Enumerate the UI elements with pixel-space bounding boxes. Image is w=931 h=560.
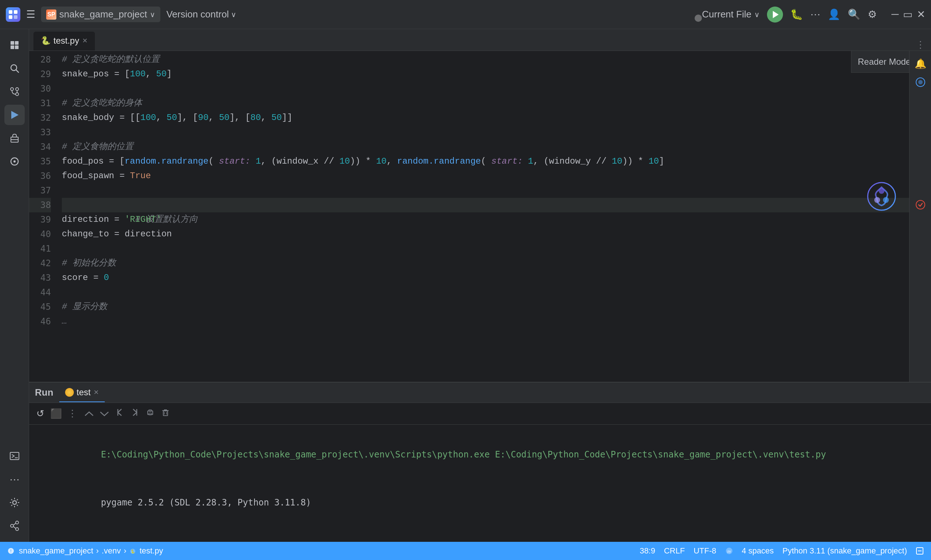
plugin-icon-1[interactable] [915,77,926,90]
more-options-icon[interactable]: ⋯ [810,8,820,20]
scroll-up-button[interactable] [85,411,94,417]
svg-marker-14 [11,111,18,119]
run-tab-label: test [77,387,91,397]
svg-point-10 [11,88,14,91]
code-line-38: # 设置默认方向 [62,198,926,212]
run-panel-header: Run test ✕ [29,383,931,403]
status-breadcrumb-venv: .venv [102,546,121,555]
code-content[interactable]: # 定义贪吃蛇的默认位置 snake_pos = [100, 50] # 定义贪… [58,51,926,382]
run-tab-close-icon[interactable]: ✕ [94,388,99,396]
run-tab-sun-icon [65,388,74,397]
project-badge[interactable]: SP snake_game_project ∨ [41,6,160,22]
sidebar-item-search[interactable] [5,58,25,78]
editor-area[interactable]: Reader Mode ✓ 28 29 30 31 32 33 34 35 [29,51,931,382]
reader-mode-label: Reader Mode [858,57,911,67]
code-line-41 [62,242,926,256]
sidebar-item-share[interactable] [5,515,25,536]
version-control-btn[interactable]: Version control ∨ [166,9,236,20]
svg-point-28 [879,188,885,194]
sidebar-item-settings[interactable] [5,492,25,513]
account-icon[interactable]: 👤 [828,8,840,20]
run-tab-test[interactable]: test ✕ [59,383,105,402]
status-breadcrumb-file: 🐍 test.py [129,546,163,555]
code-line-37 [62,183,926,198]
close-button[interactable]: ✕ [917,8,925,20]
current-file-chevron-icon: ∨ [754,10,760,19]
svg-rect-5 [15,41,18,45]
svg-point-21 [13,501,16,505]
sidebar-item-run[interactable] [5,105,25,125]
sidebar-item-files[interactable] [5,35,25,55]
run-button[interactable] [767,6,783,23]
version-chevron-icon: ∨ [231,10,236,19]
main-layout: ⋯ [0,29,931,542]
tab-label: test.py [54,35,79,46]
notification-bell-icon[interactable]: 🔔 [915,58,926,69]
project-icon: SP [46,9,56,20]
svg-rect-7 [15,45,18,49]
trefoil-logo [867,182,896,214]
scroll-to-first-icon[interactable] [115,408,125,420]
hamburger-icon[interactable]: ☰ [26,8,35,20]
code-line-40: change_to = direction [62,227,926,242]
project-chevron-icon: ∨ [150,10,155,19]
sidebar-item-packages[interactable] [5,128,25,148]
status-position: 38:9 [640,546,656,555]
code-line-32: snake_body = [[100, 50], [90, 50], [80, … [62,111,926,125]
minimize-button[interactable]: ─ [891,8,899,20]
svg-point-30 [874,197,880,203]
left-sidebar: ⋯ [0,29,29,542]
tab-more-icon[interactable]: ⋮ [916,39,925,51]
code-line-35: food_pos = [random.randrange( start: 1, … [62,154,926,169]
run-panel-toolbar: ↺ ⬛ ⋮ [29,403,931,425]
code-line-34: # 定义食物的位置 [62,140,926,154]
toolbar-more-icon[interactable]: ⋮ [68,408,77,419]
tab-close-icon[interactable]: ✕ [82,37,88,45]
delete-icon[interactable] [161,408,170,420]
svg-line-25 [14,523,15,525]
svg-rect-1 [14,10,17,14]
code-line-36: food_spawn = True [62,169,926,183]
scroll-to-last-icon[interactable] [130,408,140,420]
code-line-43: score = 0 [62,271,926,285]
scroll-down-button[interactable] [100,411,109,417]
sidebar-item-more[interactable]: ⋯ [5,469,25,489]
status-python-version: Python 3.11 (snake_game_project) [783,546,907,555]
settings-icon[interactable]: ⚙ [868,8,877,20]
debug-icon[interactable]: 🐛 [790,8,803,20]
code-line-42: # 初始化分数 [62,256,926,271]
python-env-icon: py [725,547,733,555]
current-file-button[interactable]: Current File ∨ [702,9,760,20]
status-arrow1: › [96,546,98,555]
status-encoding: UTF-8 [694,546,716,555]
svg-point-23 [15,521,18,524]
sidebar-item-git2[interactable] [5,151,25,172]
toolbar-stop-icon[interactable]: ⬛ [50,408,62,419]
svg-rect-39 [163,411,168,415]
code-line-45: # 显示分数 [62,300,926,314]
status-line-ending: CRLF [664,546,685,555]
status-right: 38:9 CRLF UTF-8 py 4 spaces Python 3.11 … [640,546,924,555]
svg-text:py: py [727,549,731,553]
notification-panel: 🔔 [909,51,931,382]
svg-point-32 [918,80,923,85]
sidebar-item-git[interactable] [5,82,25,102]
svg-point-12 [15,88,18,91]
current-file-label: Current File [702,9,751,20]
maximize-button[interactable]: ▭ [903,8,913,20]
writable-icon [916,547,924,555]
svg-point-29 [883,197,889,203]
svg-line-9 [16,70,18,72]
output-line-path: E:\Coding\Python_Code\Projects\snake_gam… [38,431,922,478]
search-icon[interactable]: 🔍 [848,8,860,20]
plugin-icon-2[interactable] [915,199,926,213]
sidebar-item-terminal[interactable] [5,446,25,466]
toolbar-rerun-icon[interactable]: ↺ [36,408,45,419]
svg-text:!: ! [10,549,11,553]
print-icon[interactable] [145,408,155,420]
status-arrow2: › [124,546,126,555]
svg-rect-3 [14,15,17,19]
tab-testpy[interactable]: 🐍 test.py ✕ [34,32,95,51]
status-bar: ! snake_game_project › .venv › 🐍 test.py… [0,542,931,560]
svg-point-33 [916,200,925,209]
